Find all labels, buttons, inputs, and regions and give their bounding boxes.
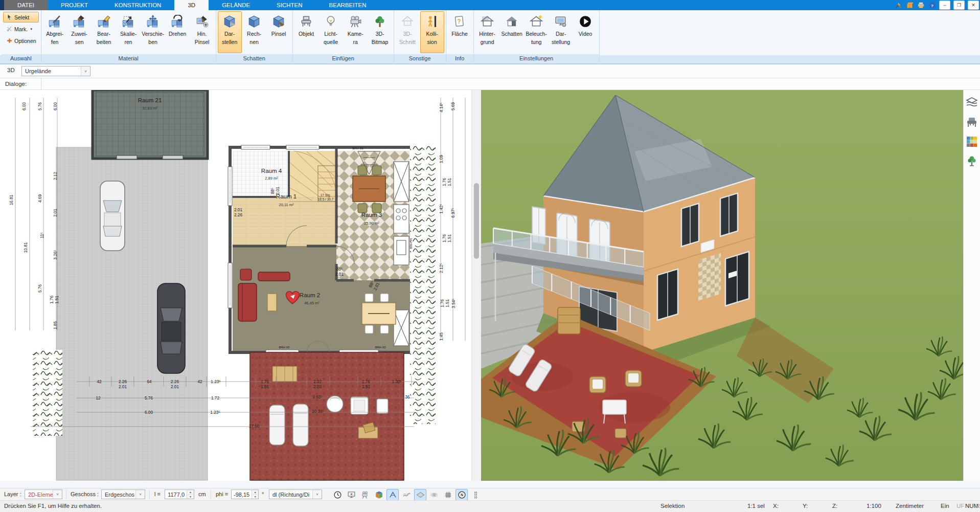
ribbon-button-label: [511, 39, 513, 46]
cube-shade-icon: [222, 14, 237, 29]
ribbon-button-optionen[interactable]: Optionen: [3, 35, 39, 46]
render-3d-canvas[interactable]: [481, 90, 963, 481]
close-button[interactable]: ✕: [968, 1, 979, 10]
length-label: l =: [154, 491, 161, 497]
render-3d-pane[interactable]: [481, 90, 963, 481]
rattan-box: [558, 307, 580, 334]
chevron-down-icon[interactable]: ˅: [81, 66, 90, 76]
chevron-down-icon[interactable]: ˅: [312, 490, 322, 499]
ribbon-button-verschieben[interactable]: Verschie-ben: [141, 11, 165, 53]
tab-projekt[interactable]: PROJEKT: [48, 0, 101, 10]
plan-car-white[interactable]: [100, 181, 125, 251]
room-name-label[interactable]: Raum 4: [261, 168, 282, 174]
cube-colors-icon[interactable]: [373, 489, 385, 501]
ribbon-button-pinsel[interactable]: Pinsel: [267, 11, 291, 53]
cube-brush-icon: [271, 14, 286, 29]
ribbon-button-kamera[interactable]: Kame-ra: [344, 11, 368, 53]
window-right-upper-2: [720, 193, 738, 236]
length-value[interactable]: 1177,0: [165, 492, 187, 498]
tab-sichten[interactable]: SICHTEN: [263, 0, 315, 10]
terrain-select[interactable]: Urgelände ˅: [21, 66, 90, 76]
tab-konstruktion[interactable]: KONSTRUKTION: [101, 0, 174, 10]
clock-icon[interactable]: [331, 489, 344, 501]
room-area-label: 46,45 m²: [304, 301, 320, 305]
ribbon-button-lichtquelle[interactable]: Licht-quelle: [319, 11, 343, 53]
angle-icon[interactable]: [386, 489, 399, 501]
vertical-scrollbar-thumb[interactable]: [474, 183, 479, 259]
ribbon-button-video[interactable]: Video: [574, 11, 598, 53]
room-name-label[interactable]: Raum 21: [138, 97, 162, 103]
ribbon-button-drehen[interactable]: Drehen: [166, 11, 190, 53]
ribbon-button-abgreifen[interactable]: Abgrei-fen: [43, 11, 67, 53]
ribbon-button-kollision[interactable]: Kolli-sion: [420, 11, 444, 53]
grid-icon[interactable]: [442, 489, 454, 501]
help-icon[interactable]: ?: [928, 1, 936, 9]
brush-add-icon: [194, 14, 210, 29]
dimension-label: BRH 35: [409, 238, 413, 249]
house-bg-icon: [480, 14, 495, 29]
plan-car-dark[interactable]: [157, 283, 185, 373]
dimension-label: 1.51: [55, 296, 59, 304]
handle-icon[interactable]: [469, 489, 482, 501]
phi-value[interactable]: -98,15: [232, 492, 252, 498]
length-spinner[interactable]: ▲▼: [187, 490, 194, 499]
furniture-icon[interactable]: [965, 116, 978, 129]
plants-icon[interactable]: [965, 154, 978, 168]
curve-icon[interactable]: [400, 489, 413, 501]
ribbon-button-beleuchtung[interactable]: Beleuch-tung: [525, 11, 549, 53]
camera2-icon[interactable]: [359, 489, 371, 501]
ribbon-button-skalieren[interactable]: Skalie-ren: [117, 11, 141, 53]
chevron-down-icon[interactable]: ˅: [135, 490, 145, 499]
ribbon-button-objekt[interactable]: Objekt: [294, 11, 318, 53]
ribbon-button-schatten[interactable]: Schatten: [500, 11, 524, 53]
materials-icon[interactable]: [965, 135, 978, 148]
stool: [615, 429, 626, 438]
geschoss-select[interactable]: Erdgeschos ˅: [101, 489, 145, 499]
ribbon-button-3dbitmap[interactable]: 3D-Bitmap: [368, 11, 392, 53]
ribbon-button-hinpinsel[interactable]: Hin.Pinsel: [190, 11, 214, 53]
print-icon[interactable]: [917, 1, 925, 9]
dimension-label: 16.81: [9, 194, 14, 205]
ribbon-button-darstellung[interactable]: Dar-stellung: [549, 11, 573, 53]
ribbon-button-rechnen[interactable]: Rech-nen: [242, 11, 266, 53]
floorplan-canvas[interactable]: Raum 2132,83 m²Raum 42,89 m²Raum 120,11 …: [0, 90, 471, 481]
ribbon-button-flche[interactable]: ?Fläche: [448, 11, 472, 53]
floorplan-2d-pane[interactable]: Raum 2132,83 m²Raum 42,89 m²Raum 120,11 …: [0, 90, 471, 481]
package-icon[interactable]: [905, 1, 914, 9]
ribbon-button-darstellen[interactable]: Dar-stellen: [218, 11, 242, 53]
status-selektion: Selektion: [660, 503, 685, 509]
phi-spinner[interactable]: ▲▼: [252, 490, 258, 499]
maximize-button[interactable]: ❐: [953, 1, 965, 10]
ripple-icon[interactable]: [428, 489, 440, 501]
plane-icon[interactable]: [414, 489, 426, 501]
minimize-button[interactable]: –: [939, 1, 950, 10]
dl-mode-select[interactable]: dl (Richtung/Di ˅: [269, 489, 322, 499]
monitor-record-icon[interactable]: [345, 489, 357, 501]
layer-select[interactable]: 2D-Elemen ˅: [25, 489, 62, 499]
layer-select-value: 2D-Elemen: [25, 492, 53, 498]
tools-icon[interactable]: [894, 1, 902, 9]
chevron-down-icon[interactable]: ˅: [53, 490, 62, 499]
vertical-scrollbar[interactable]: [471, 90, 481, 481]
tab-gelände[interactable]: GELÄNDE: [209, 0, 263, 10]
dimension-label: 1.51: [261, 385, 269, 389]
phi-input[interactable]: -98,15 ▲▼: [231, 489, 259, 499]
ribbon-button-label: ben: [148, 39, 157, 46]
room-name-label[interactable]: Raum 3: [361, 212, 382, 218]
status-z: Z:: [832, 503, 837, 509]
tab-datei[interactable]: DATEI: [4, 0, 48, 10]
compass-icon[interactable]: N: [455, 489, 468, 501]
ribbon-button-zuweisen[interactable]: Zuwei-sen: [67, 11, 92, 53]
tab-bearbeiten[interactable]: BEARBEITEN: [316, 0, 380, 10]
room-name-label[interactable]: Raum 2: [300, 292, 320, 298]
ribbon-group-schatten: Dar-stellenRech-nenPinsel Schatten: [216, 10, 293, 62]
tab-3d[interactable]: 3D: [174, 0, 209, 10]
ribbon-button-label: fen: [51, 39, 59, 46]
ribbon: SelektMark.▼OptionenAuswahlAbgrei-fenZuw…: [0, 10, 980, 64]
layers-icon[interactable]: [965, 96, 978, 109]
ribbon-button-selekt[interactable]: Selekt: [3, 12, 39, 23]
length-input[interactable]: 1177,0 ▲▼: [165, 489, 194, 499]
ribbon-button-bearbeiten[interactable]: Bear-beiten: [92, 11, 116, 53]
ribbon-button-hintergrund[interactable]: Hinter-grund: [475, 11, 499, 53]
ribbon-button-mark[interactable]: Mark.▼: [3, 24, 39, 34]
